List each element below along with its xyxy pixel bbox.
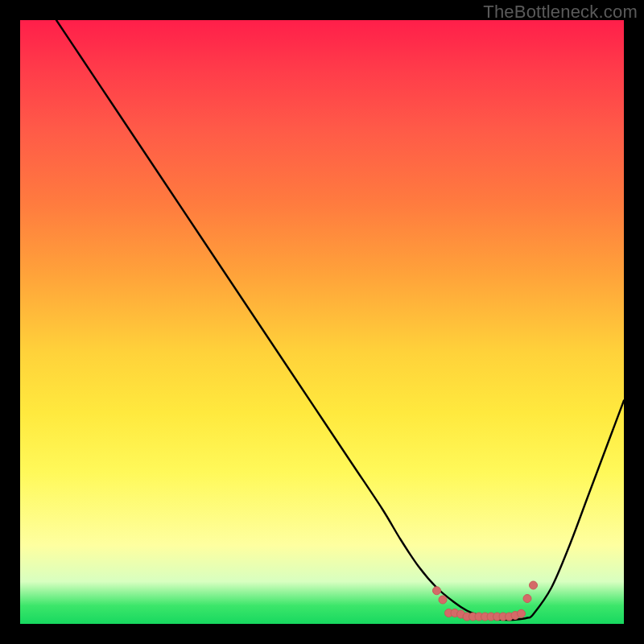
marker-dot bbox=[433, 587, 441, 595]
bottleneck-curve bbox=[56, 20, 624, 620]
bottom-cluster-markers bbox=[433, 581, 538, 621]
plot-area bbox=[20, 20, 624, 624]
marker-dot bbox=[518, 609, 526, 617]
marker-dot bbox=[530, 581, 538, 589]
marker-dot bbox=[439, 596, 447, 604]
marker-dot bbox=[523, 595, 531, 603]
chart-frame: TheBottleneck.com bbox=[0, 0, 644, 644]
curve-svg bbox=[20, 20, 624, 624]
